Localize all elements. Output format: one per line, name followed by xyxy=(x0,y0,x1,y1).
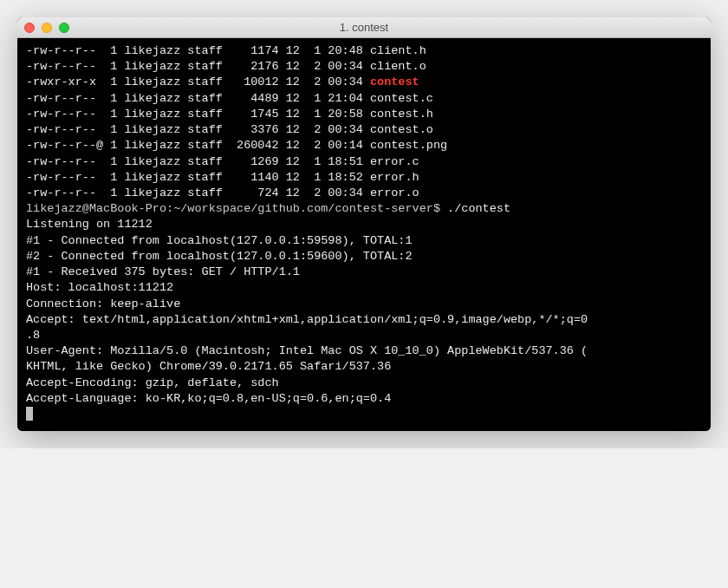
ls-row: -rw-r--r-- 1 likejazz staff 1269 12 1 18… xyxy=(26,154,702,170)
prompt-line: likejazz@MacBook-Pro:~/workspace/github.… xyxy=(26,201,702,217)
minimize-icon[interactable] xyxy=(42,23,52,33)
output-line: #2 - Connected from localhost(127.0.0.1:… xyxy=(26,249,702,265)
output-line: KHTML, like Gecko) Chrome/39.0.2171.65 S… xyxy=(26,359,702,375)
output-line: Host: localhost:11212 xyxy=(26,280,702,296)
output-line: Accept-Encoding: gzip, deflate, sdch xyxy=(26,376,702,391)
output-line: .8 xyxy=(26,328,702,343)
titlebar: 1. contest xyxy=(17,17,711,38)
terminal-content[interactable]: -rw-r--r-- 1 likejazz staff 1174 12 1 20… xyxy=(17,38,711,431)
ls-row: -rw-r--r-- 1 likejazz staff 1174 12 1 20… xyxy=(26,43,702,59)
ls-row: -rw-r--r-- 1 likejazz staff 1140 12 1 18… xyxy=(26,170,702,186)
output-line: User-Agent: Mozilla/5.0 (Macintosh; Inte… xyxy=(26,343,702,359)
output-line: #1 - Received 375 bytes: GET / HTTP/1.1 xyxy=(26,265,702,280)
ls-row: -rw-r--r-- 1 likejazz staff 4489 12 1 21… xyxy=(26,91,702,107)
ls-row: -rwxr-xr-x 1 likejazz staff 10012 12 2 0… xyxy=(26,75,702,90)
close-icon[interactable] xyxy=(24,23,35,33)
ls-row: -rw-r--r-- 1 likejazz staff 2176 12 2 00… xyxy=(26,59,702,75)
terminal-window: 1. contest -rw-r--r-- 1 likejazz staff 1… xyxy=(17,17,711,431)
traffic-lights xyxy=(24,23,69,33)
output-line: Connection: keep-alive xyxy=(26,297,702,312)
window-title: 1. contest xyxy=(17,21,711,34)
ls-row: -rw-r--r-- 1 likejazz staff 724 12 2 00:… xyxy=(26,186,702,201)
output-line: Accept-Language: ko-KR,ko;q=0.8,en-US;q=… xyxy=(26,391,702,407)
output-line: Accept: text/html,application/xhtml+xml,… xyxy=(26,312,702,328)
ls-row: -rw-r--r--@ 1 likejazz staff 260042 12 2… xyxy=(26,138,702,154)
cursor-icon xyxy=(26,407,33,421)
cursor-line xyxy=(26,407,702,422)
ls-row: -rw-r--r-- 1 likejazz staff 3376 12 2 00… xyxy=(26,122,702,138)
ls-row: -rw-r--r-- 1 likejazz staff 1745 12 1 20… xyxy=(26,107,702,122)
zoom-icon[interactable] xyxy=(59,23,69,33)
output-line: Listening on 11212 xyxy=(26,217,702,232)
output-line: #1 - Connected from localhost(127.0.0.1:… xyxy=(26,233,702,249)
